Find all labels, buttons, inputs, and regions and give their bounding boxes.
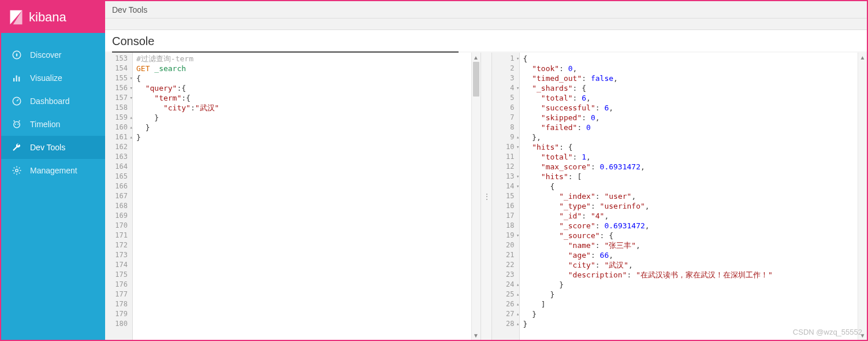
code-line: [136, 319, 480, 329]
page-title: Dev Tools: [112, 5, 147, 14]
fold-icon[interactable]: ▴: [515, 299, 520, 309]
fold-icon[interactable]: ▴: [515, 319, 520, 329]
scroll-up-icon[interactable]: ▲: [858, 53, 867, 62]
sidebar-item-management[interactable]: Management: [1, 159, 105, 182]
scroll-thumb[interactable]: [473, 62, 479, 97]
code-line: [136, 142, 480, 152]
fold-icon[interactable]: ▾: [515, 54, 520, 64]
line-number: 171: [105, 231, 132, 240]
fold-icon[interactable]: ▴: [515, 280, 520, 290]
code-line: GET _search: [136, 64, 480, 73]
toolbar-gap: [105, 18, 867, 30]
scroll-down-icon[interactable]: ▼: [858, 331, 867, 340]
line-number: 22: [492, 260, 519, 270]
fold-icon[interactable]: ▴: [128, 132, 133, 142]
response-viewer[interactable]: 1▾234▾56789▴10▾111213▾14▾1516171819▾2021…: [492, 53, 867, 340]
fold-icon[interactable]: ▾: [515, 142, 520, 152]
fold-icon[interactable]: ▾: [515, 172, 520, 181]
fold-icon[interactable]: ▾: [515, 231, 520, 240]
line-number: 161▴: [105, 132, 132, 142]
line-number: 168: [105, 201, 132, 211]
output-code: { "took": 0, "timed_out": false, "_shard…: [520, 53, 867, 340]
code-line: "_type": "userinfo",: [523, 201, 867, 211]
code-line: "_shards": {: [523, 83, 867, 93]
line-number: 170: [105, 221, 132, 231]
code-line: "max_score": 0.6931472,: [523, 162, 867, 172]
code-line: "query":{: [136, 83, 480, 93]
fold-icon[interactable]: ▴: [128, 123, 133, 132]
line-number: 178: [105, 299, 132, 309]
line-number: 9▴: [492, 132, 519, 142]
line-number: 163: [105, 152, 132, 162]
scroll-down-icon[interactable]: ▼: [472, 331, 480, 340]
code-line: [136, 290, 480, 299]
line-number: 5: [492, 93, 519, 103]
code-line: "hits": [: [523, 172, 867, 181]
sidebar-item-discover[interactable]: Discover: [1, 43, 105, 66]
output-scrollbar[interactable]: ▲ ▼: [858, 53, 867, 340]
fold-icon[interactable]: ▾: [515, 83, 520, 93]
line-number: 12: [492, 162, 519, 172]
code-line: }: [136, 113, 480, 123]
code-line: "total": 1,: [523, 152, 867, 162]
code-line: "term":{: [136, 93, 480, 103]
sidebar-item-label: Timelion: [30, 120, 60, 129]
sidebar-item-visualize[interactable]: Visualize: [1, 66, 105, 90]
code-line: [136, 250, 480, 260]
gauge-icon: [12, 96, 22, 106]
scroll-up-icon[interactable]: ▲: [472, 53, 480, 62]
editor-scrollbar[interactable]: ▲ ▼: [471, 53, 480, 340]
code-line: {: [136, 73, 480, 83]
editor-code[interactable]: #过滤查询-termGET _search{ "query":{ "term":…: [133, 53, 480, 340]
line-number: 156▾: [105, 83, 132, 93]
sidebar: kibana DiscoverVisualizeDashboardTimelio…: [1, 1, 105, 340]
code-line: #过滤查询-term: [136, 54, 480, 64]
code-line: [136, 191, 480, 201]
console-title: Console: [105, 30, 867, 51]
fold-icon[interactable]: ▴: [515, 290, 520, 299]
pane-splitter[interactable]: ⋮: [480, 53, 492, 340]
brand-logo[interactable]: kibana: [1, 1, 105, 33]
line-number: 174: [105, 260, 132, 270]
line-number: 160▴: [105, 123, 132, 132]
editor-gutter: 153154155▾156▾157▾158159▴160▴161▴1621631…: [105, 53, 133, 340]
line-number: 165: [105, 172, 132, 181]
code-line: [136, 211, 480, 221]
wrench-icon: [12, 142, 22, 153]
fold-icon[interactable]: ▾: [128, 73, 133, 83]
fold-icon[interactable]: ▴: [515, 309, 520, 319]
drag-handle-icon: ⋮: [483, 192, 490, 201]
line-number: 23: [492, 270, 519, 280]
line-number: 21: [492, 250, 519, 260]
fold-icon[interactable]: ▴: [128, 113, 133, 123]
code-line: [136, 162, 480, 172]
sidebar-item-dev-tools[interactable]: Dev Tools: [1, 136, 105, 159]
code-line: [136, 231, 480, 240]
code-line: "city":"武汉": [136, 103, 480, 113]
fold-icon[interactable]: ▾: [515, 181, 520, 191]
kibana-icon: [8, 9, 24, 25]
main-area: Dev Tools Console 153154155▾156▾157▾1581…: [105, 1, 867, 340]
code-line: [136, 260, 480, 270]
timelion-icon: [12, 119, 22, 129]
code-line: "description": "在武汉读书，家在武汉！在深圳工作！": [523, 270, 867, 280]
line-number: 162: [105, 142, 132, 152]
code-line: [136, 240, 480, 250]
fold-icon[interactable]: ▾: [128, 83, 133, 93]
sidebar-item-timelion[interactable]: Timelion: [1, 113, 105, 136]
svg-point-12: [16, 169, 18, 172]
line-number: 173: [105, 250, 132, 260]
output-gutter: 1▾234▾56789▴10▾111213▾14▾1516171819▾2021…: [492, 53, 520, 340]
sidebar-item-label: Visualize: [30, 73, 62, 83]
code-line: "total": 6,: [523, 93, 867, 103]
request-editor[interactable]: 153154155▾156▾157▾158159▴160▴161▴1621631…: [105, 53, 480, 340]
code-line: }: [523, 280, 867, 290]
svg-point-10: [15, 124, 16, 125]
code-line: "timed_out": false,: [523, 73, 867, 83]
fold-icon[interactable]: ▴: [515, 132, 520, 142]
sidebar-item-dashboard[interactable]: Dashboard: [1, 90, 105, 113]
gear-icon: [12, 165, 22, 176]
console-panes: 153154155▾156▾157▾158159▴160▴161▴1621631…: [105, 53, 867, 340]
fold-icon[interactable]: ▾: [128, 93, 133, 103]
code-line: [136, 152, 480, 162]
